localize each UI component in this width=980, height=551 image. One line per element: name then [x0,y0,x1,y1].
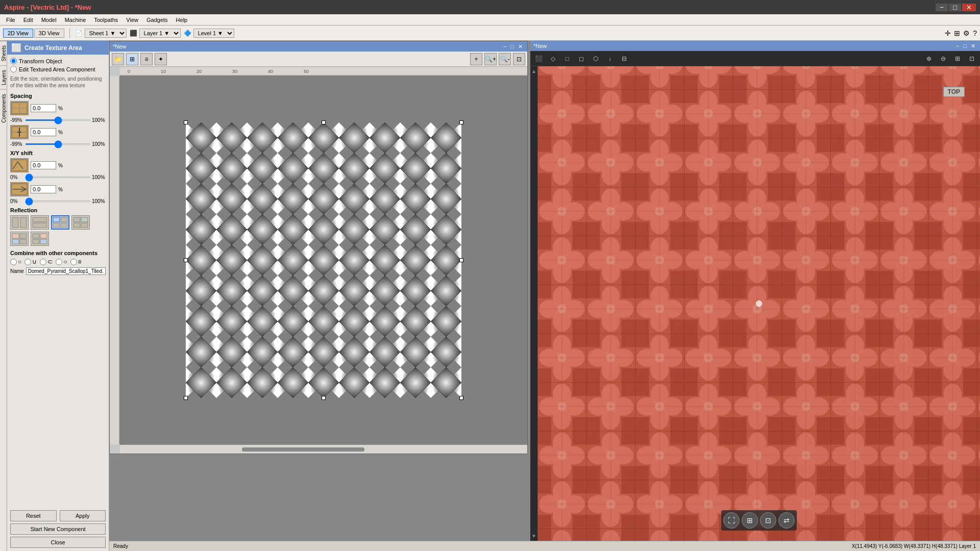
tool-3d-zoom-area[interactable]: ⊞ [951,53,964,65]
arrow-down[interactable]: ▼ [531,533,536,539]
handle-tl[interactable] [184,120,188,124]
menu-model[interactable]: Model [37,16,61,24]
combine-r2-input[interactable] [24,259,31,265]
snap-icon[interactable]: ✛ [945,29,951,37]
handle-mr[interactable] [459,258,463,262]
tool-zoom-area[interactable]: ⊡ [513,53,525,65]
view-2d-controls[interactable]: − □ ✕ [502,43,524,50]
combine-r3-input[interactable] [40,259,46,265]
menu-machine[interactable]: Machine [61,16,90,24]
shift-x-slider[interactable] [25,177,91,178]
tool-3d-2[interactable]: ◇ [547,53,559,65]
tool-lines[interactable]: ≡ [140,53,153,65]
combine-r1-input[interactable] [10,259,17,265]
spacing-y-slider[interactable] [25,143,91,145]
tool-3d-zoom[interactable]: ⊕ [923,53,935,65]
view-3d-close[interactable]: ✕ [969,43,977,49]
maximize-btn[interactable]: □ [949,4,961,11]
minimize-btn[interactable]: − [936,4,948,11]
tab-sheets[interactable]: Sheets [0,41,7,65]
tool-3d-6[interactable]: ↓ [604,53,616,65]
canvas-3d[interactable]: TOP ⛶ ⊞ ⊡ ⇄ [537,66,980,541]
view-2d-minimize[interactable]: − [502,43,508,50]
apply-button[interactable]: Apply [60,510,106,521]
grid-icon[interactable]: ⊞ [954,29,960,37]
tool-3d-zoom-fit[interactable]: ⊡ [966,53,978,65]
refl-icon-2[interactable] [31,215,49,230]
tool-3d-1[interactable]: ⬛ [532,53,545,65]
layer-select[interactable]: Layer 1 ▼ [139,29,181,38]
shift-y-input[interactable] [31,185,56,193]
view-3d-controls[interactable]: − □ ✕ [954,43,977,49]
radio-edit[interactable]: Edit Textured Area Component [10,66,106,72]
refl-icon-5[interactable] [10,232,29,246]
tool-zoom-in[interactable]: 🔍+ [484,53,497,65]
shift-y-slider[interactable] [25,201,91,202]
refl-icon-6[interactable] [31,232,49,246]
name-input[interactable] [26,267,106,275]
radio-edit-input[interactable] [10,66,17,72]
tab-2d-view[interactable]: 2D View [3,29,33,38]
handle-ml[interactable] [184,258,188,262]
menu-edit[interactable]: Edit [19,16,37,24]
tool-3d-7[interactable]: ⊟ [618,53,630,65]
menu-toolpaths[interactable]: Toolpaths [90,16,122,24]
spacing-y-input[interactable] [31,128,56,136]
handle-bm[interactable] [322,396,326,400]
shift-x-input[interactable] [31,161,56,169]
view-3d-btn-2[interactable]: ⊞ [742,512,758,529]
combine-r2[interactable]: ∪ [24,258,37,265]
view-2d-close[interactable]: ✕ [517,43,524,50]
reset-button[interactable]: Reset [10,510,57,521]
menu-view[interactable]: View [122,16,142,24]
tool-texture[interactable]: ⊞ [126,53,138,65]
menu-file[interactable]: File [2,16,19,24]
tool-3d-zoomout[interactable]: ⊖ [937,53,949,65]
spacing-x-slider[interactable] [25,119,91,121]
view-2d-maximize[interactable]: □ [509,43,516,50]
combine-r1[interactable]: ○ [10,258,21,265]
close-button[interactable]: Close [10,537,106,548]
handle-br[interactable] [459,396,463,400]
handle-tr[interactable] [459,120,463,124]
handle-bl[interactable] [184,396,188,400]
settings-icon[interactable]: ⚙ [963,29,970,37]
refl-icon-1[interactable] [10,215,29,230]
combine-r3[interactable]: ⊂ [40,258,53,265]
refl-icon-3[interactable] [51,215,69,230]
tool-zoom-out[interactable]: 🔍- [499,53,511,65]
scrollbar-h[interactable] [242,447,364,452]
sheet-select[interactable]: Sheet 1 ▼ [85,29,127,38]
view-3d-btn-1[interactable]: ⛶ [723,512,740,529]
tab-3d-view[interactable]: 3D View [34,29,64,38]
combine-r5[interactable]: ≡ [70,258,82,265]
menu-help[interactable]: Help [172,16,192,24]
combine-r4[interactable]: ○ [56,258,67,265]
tool-3d-4[interactable]: ◻ [575,53,587,65]
close-btn[interactable]: ✕ [962,4,976,11]
radio-transform[interactable]: Transform Object [10,58,106,64]
arrow-up[interactable]: ▲ [531,68,536,74]
tab-layers[interactable]: Layers [0,65,7,89]
tool-cross[interactable]: ✦ [155,53,167,65]
tool-3d-5[interactable]: ⬡ [590,53,602,65]
combine-r4-input[interactable] [56,259,62,265]
combine-r5-input[interactable] [70,259,77,265]
tool-folder[interactable]: 📁 [112,53,124,65]
menu-gadgets[interactable]: Gadgets [142,16,172,24]
tool-3d-3[interactable]: □ [561,53,573,65]
level-select[interactable]: Level 1 ▼ [193,29,234,38]
help-icon[interactable]: ? [973,29,977,37]
start-new-button[interactable]: Start New Component [10,523,106,535]
view-3d-btn-4[interactable]: ⇄ [778,512,795,529]
spacing-x-input[interactable] [31,104,56,112]
refl-icon-4[interactable] [71,215,90,230]
tab-components[interactable]: Components [0,89,7,127]
canvas-main[interactable] [120,76,527,444]
view-3d-maximize[interactable]: □ [962,43,968,49]
view-3d-minimize[interactable]: − [954,43,961,49]
handle-tm[interactable] [322,120,326,124]
title-bar-controls[interactable]: − □ ✕ [936,4,976,11]
radio-transform-input[interactable] [10,58,17,64]
tool-zoom-fit[interactable]: + [470,53,482,65]
